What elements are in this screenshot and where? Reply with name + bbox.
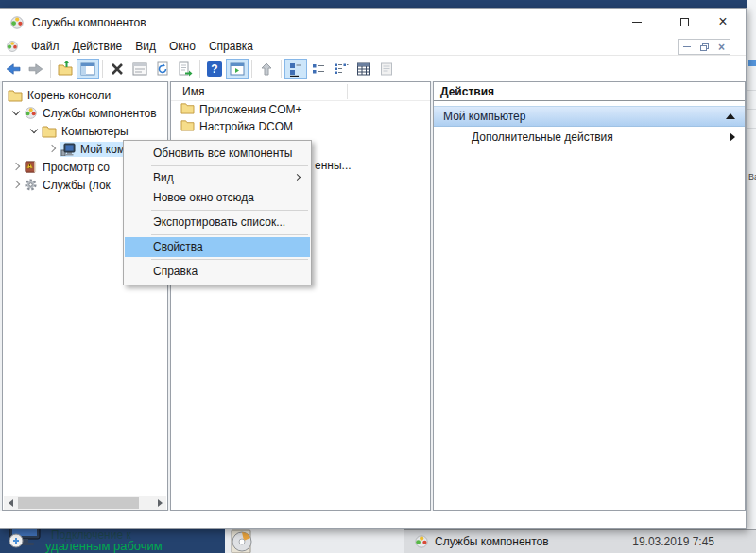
mdi-close-button[interactable]: ×	[713, 40, 730, 54]
background-blue-fragment	[748, 60, 756, 66]
clipped-list-item-text[interactable]: енны...	[315, 159, 352, 172]
menu-help[interactable]: Справка	[202, 38, 260, 55]
scroll-right-button[interactable]	[153, 496, 166, 510]
mdi-minimize-button[interactable]	[679, 40, 696, 54]
menu-separator	[151, 210, 308, 211]
up-one-level-button[interactable]	[54, 59, 77, 79]
folder-icon	[180, 119, 195, 134]
computer-icon	[60, 143, 76, 156]
up-one-level-icon	[58, 61, 73, 77]
properties-icon	[132, 61, 147, 77]
title-bar: Службы компонентов ×	[0, 9, 746, 37]
collapse-chevron-icon[interactable]	[8, 183, 24, 187]
folder-icon	[8, 89, 23, 102]
export-list-button[interactable]	[174, 59, 197, 79]
expand-chevron-icon[interactable]	[26, 130, 42, 132]
help-button[interactable]: ?	[203, 59, 226, 79]
properties-button[interactable]	[129, 59, 151, 79]
small-icons-icon	[311, 61, 326, 77]
menu-separator	[151, 234, 308, 235]
refresh-icon	[155, 61, 170, 77]
close-button[interactable]: ×	[708, 9, 738, 35]
tree-item-console-root[interactable]: Корень консоли	[3, 86, 167, 104]
folder-icon	[180, 102, 195, 117]
menu-bar: Файл Действие Вид Окно Справка ×	[0, 37, 746, 56]
minimize-button[interactable]	[623, 9, 651, 35]
scrollbar-thumb[interactable]	[18, 497, 139, 509]
menu-separator	[151, 259, 308, 260]
collapse-chevron-icon[interactable]	[43, 147, 60, 151]
menu-item-properties[interactable]: Свойства	[125, 237, 310, 257]
console-tree-toggle-button[interactable]	[77, 59, 99, 79]
console-tree-icon	[80, 61, 95, 77]
tree-item-component-services[interactable]: Службы компонентов	[3, 104, 167, 122]
maximize-icon	[680, 18, 689, 26]
mdi-window-controls: ×	[678, 39, 730, 55]
action-pane-toggle-button[interactable]	[226, 59, 249, 79]
large-icons-view-button[interactable]	[284, 59, 307, 79]
rdp-desktop-icon[interactable]	[4, 529, 47, 553]
mdi-restore-button[interactable]	[696, 40, 713, 54]
disc-icon[interactable]	[230, 529, 256, 553]
actions-section-my-computer[interactable]: Мой компьютер	[434, 106, 745, 127]
menu-item-refresh-all[interactable]: Обновить все компоненты	[125, 144, 310, 164]
customize-view-button[interactable]	[375, 59, 398, 79]
component-services-icon	[9, 15, 25, 30]
event-viewer-icon	[24, 160, 38, 174]
taskbar-clock[interactable]: 19.03.2019 7:45	[632, 535, 714, 548]
list-item-com-applications[interactable]: Приложения COM+	[171, 101, 430, 118]
actions-pane: Действия Мой компьютер Дополнительные де…	[433, 81, 746, 511]
submenu-chevron-icon	[294, 174, 301, 181]
console-app-icon	[6, 40, 19, 53]
forward-icon	[28, 61, 43, 77]
menu-action[interactable]: Действие	[66, 38, 129, 55]
expand-chevron-icon[interactable]	[8, 112, 24, 114]
column-header-name[interactable]: Имя	[171, 85, 204, 98]
maximize-button[interactable]	[670, 9, 698, 35]
mdi-minimize-icon	[683, 46, 691, 47]
up-arrow-button[interactable]	[255, 59, 278, 79]
list-view-button[interactable]	[330, 59, 352, 79]
menu-window[interactable]: Окно	[163, 38, 202, 55]
minimize-icon	[632, 22, 642, 23]
scroll-left-button[interactable]	[4, 496, 17, 510]
services-gear-icon	[24, 178, 38, 192]
forward-button[interactable]	[25, 59, 47, 79]
details-view-button[interactable]	[352, 59, 375, 79]
collapse-chevron-icon[interactable]	[8, 165, 24, 169]
menu-item-view[interactable]: Вид	[125, 168, 310, 188]
refresh-button[interactable]	[151, 59, 174, 79]
window-body: Корень консоли Службы компонентов	[0, 81, 746, 511]
menu-file[interactable]: Файл	[25, 38, 66, 55]
clipped-background-text: Ва	[748, 172, 756, 181]
list-view-icon	[334, 61, 349, 77]
menu-item-export-list[interactable]: Экспортировать список...	[125, 213, 310, 233]
window-title: Службы компонентов	[32, 16, 146, 29]
submenu-arrow-icon	[730, 132, 735, 142]
component-services-icon	[24, 106, 38, 120]
customize-view-icon	[379, 61, 394, 77]
details-view-icon	[356, 61, 371, 77]
menu-item-help[interactable]: Справка	[125, 262, 310, 282]
large-icons-icon	[288, 61, 303, 77]
delete-button[interactable]	[106, 59, 129, 79]
delete-icon	[110, 61, 125, 77]
taskbar-app-button[interactable]: Службы компонентов	[404, 530, 558, 553]
collapse-up-icon[interactable]	[726, 113, 735, 119]
menu-item-new-window[interactable]: Новое окно отсюда	[125, 188, 310, 208]
toolbar: ?	[0, 56, 746, 81]
menu-view[interactable]: Вид	[129, 38, 163, 55]
back-button[interactable]	[2, 59, 25, 79]
actions-pane-header: Действия	[434, 82, 745, 101]
small-icons-view-button[interactable]	[307, 59, 330, 79]
tree-horizontal-scrollbar[interactable]	[4, 496, 166, 510]
tree-item-computers[interactable]: Компьютеры	[3, 122, 167, 140]
actions-item-more-actions[interactable]: Дополнительные действия	[434, 127, 745, 147]
folder-icon	[42, 125, 57, 138]
help-icon: ?	[207, 61, 222, 77]
rdp-icon-label: удаленным рабочим	[45, 539, 163, 553]
list-item-dcom-config[interactable]: Настройка DCOM	[171, 118, 430, 135]
component-services-window: Службы компонентов × Файл Действие Вид О…	[0, 8, 747, 529]
close-icon: ×	[718, 14, 727, 29]
mdi-restore-icon	[700, 43, 709, 51]
